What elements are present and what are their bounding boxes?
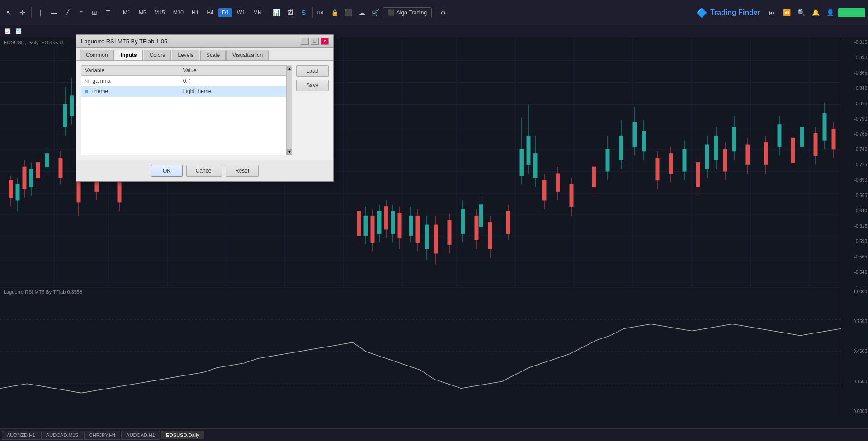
search-btn[interactable]: 🔍 (795, 6, 807, 19)
tf-w1[interactable]: W1 (233, 8, 249, 17)
dialog-tab-visualization[interactable]: Visualization (226, 50, 269, 60)
svg-rect-175 (633, 122, 637, 147)
tab-audcad-h1[interactable]: AUDCAD,H1 (121, 431, 160, 440)
fib-btn[interactable]: ⊞ (88, 6, 101, 19)
svg-rect-61 (434, 225, 438, 253)
notification-btn[interactable]: 🔔 (809, 6, 822, 19)
dialog-titlebar: Laguerre RSI MT5 By TFlab 1.05 — □ ✕ (76, 35, 333, 48)
svg-rect-76 (542, 180, 546, 200)
svg-rect-82 (570, 185, 573, 207)
price-0.615: -0.615 (842, 224, 867, 229)
svg-rect-187 (714, 136, 718, 160)
tab-audcad-m15[interactable]: AUDCAD,M15 (41, 431, 83, 440)
tf-d1[interactable]: D1 (218, 8, 232, 17)
vertical-line-btn[interactable]: | (34, 6, 47, 19)
svg-rect-91 (669, 154, 673, 174)
dialog-tab-common[interactable]: Common (80, 50, 114, 60)
market-btn[interactable]: 🛒 (369, 6, 382, 19)
vps-btn[interactable]: ⬛ (342, 6, 355, 19)
indicator-info-label: Laguerre RSI MT5 By TFlab 0.3558 (4, 289, 82, 295)
svg-rect-148 (409, 216, 413, 235)
tab-audnzd-h1[interactable]: AUDNZD,H1 (2, 431, 40, 440)
svg-rect-178 (642, 131, 646, 151)
svg-rect-184 (705, 145, 709, 169)
balance-bar (838, 8, 865, 17)
theme-icon: ■ (85, 89, 88, 94)
tf-m5[interactable]: M5 (135, 8, 150, 17)
template-btn[interactable]: 🖼 (284, 6, 297, 19)
col-value: Value (179, 66, 286, 76)
dialog-footer: OK Cancel Reset (76, 160, 333, 181)
save-btn[interactable]: Save (296, 80, 329, 91)
dialog-tab-colors[interactable]: Colors (144, 50, 171, 60)
dialog-minimize-btn[interactable]: — (301, 38, 309, 45)
ide-btn[interactable]: IDE (315, 6, 328, 19)
sep1 (31, 7, 32, 18)
cancel-btn[interactable]: Cancel (186, 165, 222, 177)
ind-level-0.0000: -0.0000 (842, 409, 867, 414)
dialog-tab-inputs[interactable]: Inputs (115, 50, 143, 60)
tf-m15[interactable]: M15 (151, 8, 168, 17)
price-0.865: -0.865 (842, 70, 867, 75)
price-0.915: -0.915 (842, 40, 867, 45)
arrow-tool-btn[interactable]: ↖ (3, 6, 15, 19)
svg-rect-109 (814, 133, 817, 155)
dialog-body: Variable Value ½ gamma (76, 61, 333, 160)
chart-type-btn[interactable]: 📊 (270, 6, 283, 19)
tf-m30[interactable]: M30 (170, 8, 187, 17)
svg-rect-58 (416, 216, 420, 242)
reset-btn[interactable]: Reset (226, 165, 259, 177)
price-0.540: -0.540 (842, 270, 867, 275)
channel-btn[interactable]: ≡ (75, 6, 87, 19)
nav-left-btn[interactable]: ⏮ (766, 6, 778, 19)
top-toolbar: ↖ ✛ | — ╱ ≡ ⊞ T M1 M5 M15 M30 H1 H4 D1 W… (0, 0, 868, 25)
dialog-maximize-btn[interactable]: □ (311, 38, 319, 45)
sep3 (268, 7, 268, 18)
scroll-up-arrow[interactable]: ▲ (287, 66, 292, 71)
algo-trading-icon: ⬛ (388, 9, 395, 16)
profile-btn[interactable]: 👤 (824, 6, 836, 19)
algo-trading-btn[interactable]: ⬛ Algo Trading (383, 7, 432, 18)
dialog-scrollbar[interactable]: ▲ ▼ (286, 65, 292, 155)
price-0.690: -0.690 (842, 178, 867, 183)
algo-trading-label: Algo Trading (396, 9, 427, 16)
scroll-down-arrow[interactable]: ▼ (287, 149, 292, 155)
tf-h4[interactable]: H4 (203, 8, 217, 17)
dialog-close-btn[interactable]: ✕ (321, 38, 329, 45)
svg-rect-28 (23, 167, 26, 189)
svg-rect-151 (425, 225, 429, 249)
cloud-btn[interactable]: ☁ (356, 6, 368, 19)
dialog-tab-scale[interactable]: Scale (200, 50, 226, 60)
svg-rect-142 (377, 211, 381, 234)
ok-btn[interactable]: OK (151, 165, 183, 177)
chart-symbol-label: 📈 (3, 28, 13, 34)
svg-rect-115 (16, 185, 19, 200)
settings-btn[interactable]: ⚙ (437, 6, 449, 19)
tf-mn[interactable]: MN (250, 8, 265, 17)
crosshair-btn[interactable]: ✛ (16, 6, 29, 19)
signal-btn[interactable]: S (297, 6, 310, 19)
tab-eosusd-daily[interactable]: EOSUSD,Daily (161, 431, 204, 439)
dialog-tab-levels[interactable]: Levels (172, 50, 199, 60)
indicator-chart: Laguerre RSI MT5 By TFlab 0.3558 (0, 287, 841, 416)
load-btn[interactable]: Load (296, 65, 329, 77)
inputs-table-container: Variable Value ½ gamma (81, 65, 286, 155)
value-gamma-cell[interactable]: 0.7 (179, 76, 286, 86)
sep2 (117, 7, 117, 18)
col-variable: Variable (81, 66, 179, 76)
text-btn[interactable]: T (102, 6, 114, 19)
trend-line-btn[interactable]: ╱ (61, 6, 74, 19)
tab-chfjpy-h4[interactable]: CHFJPY,H4 (84, 431, 120, 440)
lock-btn[interactable]: 🔒 (329, 6, 341, 19)
horizontal-line-btn[interactable]: — (47, 6, 60, 19)
table-row-selected[interactable]: ■ Theme Light theme (81, 86, 286, 97)
price-0.765: -0.765 (842, 131, 867, 136)
tf-h1[interactable]: H1 (188, 8, 202, 17)
table-row[interactable]: ½ gamma 0.7 (81, 76, 286, 86)
tf-m1[interactable]: M1 (119, 8, 134, 17)
fast-left-btn[interactable]: ⏪ (780, 6, 793, 19)
sep4 (312, 7, 313, 18)
svg-rect-169 (606, 149, 609, 171)
value-theme-cell[interactable]: Light theme (179, 86, 286, 97)
ind-level-0.4500: -0.4500 (842, 349, 867, 354)
